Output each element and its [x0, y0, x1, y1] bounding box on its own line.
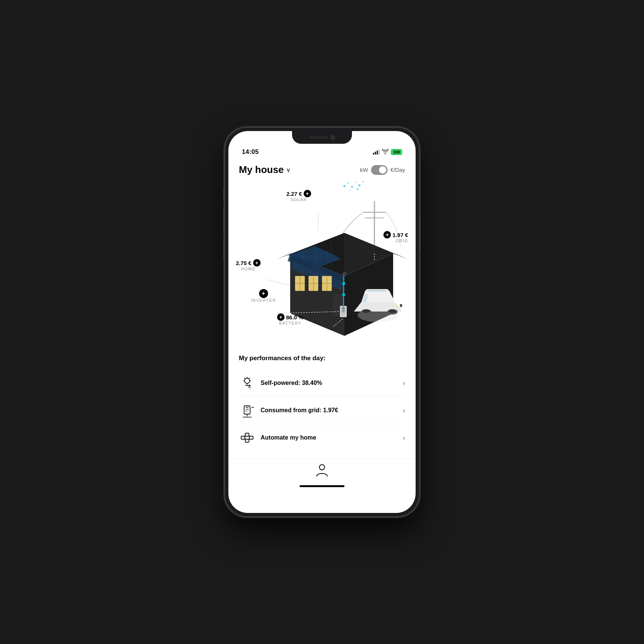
inverter-label[interactable]: + INVERTER: [251, 289, 276, 303]
inverter-type: INVERTER: [251, 298, 276, 303]
house-title[interactable]: My house ∨: [239, 164, 291, 176]
status-bar: 14:05 100: [228, 144, 416, 160]
grid-type: GRID: [396, 239, 408, 243]
perf-left-auto: Automate my home: [239, 429, 316, 446]
svg-point-2: [351, 186, 353, 188]
inverter-plus-btn[interactable]: +: [259, 289, 268, 298]
chevron-right-icon-2: ›: [403, 407, 405, 414]
unit-day: €/Day: [391, 167, 405, 173]
tab-bar: [228, 459, 416, 482]
perf-left-self: Self-powered: 38.40%: [239, 375, 322, 391]
svg-rect-60: [400, 304, 402, 307]
svg-line-84: [249, 435, 249, 438]
svg-line-62: [266, 280, 290, 285]
self-powered-item[interactable]: Self-powered: 38.40% ›: [239, 370, 405, 397]
svg-point-42: [343, 273, 346, 275]
chevron-right-icon-3: ›: [403, 434, 405, 442]
wifi-icon: [382, 149, 389, 155]
svg-point-47: [342, 282, 345, 285]
phone-screen: 14:05 100: [228, 131, 416, 513]
svg-point-4: [358, 184, 361, 186]
battery-label[interactable]: + 86.0 % BATTERY: [277, 313, 304, 325]
home-plus-btn[interactable]: +: [253, 259, 261, 267]
svg-point-56: [362, 309, 370, 313]
home-type: HOME: [241, 267, 255, 271]
svg-point-66: [244, 378, 250, 383]
automate-item[interactable]: Automate my home ›: [239, 424, 405, 451]
svg-point-3: [355, 182, 356, 183]
svg-point-7: [357, 188, 359, 190]
grid-plus-btn[interactable]: +: [383, 231, 391, 239]
chevron-right-icon-1: ›: [403, 379, 405, 387]
svg-line-82: [245, 435, 245, 438]
performances-section: My performances of the day:: [228, 343, 416, 459]
automate-text: Automate my home: [261, 434, 316, 441]
battery-badge: 100: [391, 149, 402, 155]
home-indicator: [300, 485, 344, 487]
speaker: [309, 136, 328, 139]
signal-icon: [373, 149, 380, 155]
grid-consumed-icon: [239, 402, 255, 419]
svg-rect-78: [241, 436, 245, 439]
svg-rect-81: [249, 436, 253, 439]
unit-toggle: kW €/Day: [360, 165, 405, 175]
svg-point-86: [319, 465, 325, 470]
battery-value: 86.0 %: [286, 314, 304, 321]
svg-point-48: [342, 293, 345, 296]
self-powered-icon: [239, 375, 255, 391]
app-header: My house ∨ kW €/Day: [228, 160, 416, 179]
status-time: 14:05: [242, 148, 259, 156]
chevron-down-icon[interactable]: ∨: [286, 167, 291, 174]
phone-frame: 14:05 100: [225, 127, 419, 517]
svg-marker-53: [367, 290, 388, 292]
battery-plus-btn[interactable]: +: [277, 313, 285, 321]
svg-rect-80: [245, 439, 249, 442]
svg-line-71: [244, 378, 245, 379]
performances-title: My performances of the day:: [239, 355, 405, 362]
profile-tab[interactable]: [316, 464, 328, 479]
house-title-text: My house: [239, 164, 284, 176]
toggle-knob: [379, 166, 386, 174]
solar-label[interactable]: 2.27 € + SOLAR: [286, 190, 311, 202]
svg-point-1: [347, 182, 349, 184]
solar-plus-btn[interactable]: +: [304, 190, 311, 197]
solar-value: 2.27 €: [286, 191, 302, 197]
svg-point-0: [343, 185, 346, 187]
svg-line-85: [249, 438, 249, 441]
person-icon: [316, 464, 328, 479]
svg-rect-79: [245, 433, 249, 436]
unit-toggle-switch[interactable]: [371, 165, 388, 175]
self-powered-text: Self-powered: 38.40%: [261, 380, 322, 386]
camera: [331, 135, 335, 140]
house-illustration: 2.27 € + SOLAR + 1.97 € GRID 2.7: [228, 179, 416, 343]
automate-icon: [239, 429, 255, 446]
unit-kw: kW: [360, 167, 368, 173]
home-value: 2.75 €: [236, 260, 252, 266]
svg-point-5: [362, 181, 364, 182]
home-label[interactable]: 2.75 € + HOME: [236, 259, 261, 271]
perf-left-grid: Consumed from grid: 1.97€: [239, 402, 338, 419]
grid-label[interactable]: + 1.97 € GRID: [383, 231, 408, 243]
battery-type: BATTERY: [279, 321, 301, 325]
svg-point-6: [349, 189, 351, 191]
svg-rect-59: [395, 304, 398, 306]
solar-type: SOLAR: [290, 197, 307, 202]
svg-line-83: [245, 438, 245, 441]
grid-value: 1.97 €: [392, 232, 408, 238]
status-icons: 100: [373, 149, 402, 155]
svg-point-58: [389, 309, 396, 313]
app-content[interactable]: My house ∨ kW €/Day: [228, 160, 416, 513]
notch: [292, 131, 352, 144]
grid-consumed-text: Consumed from grid: 1.97€: [261, 407, 338, 414]
grid-consumed-item[interactable]: Consumed from grid: 1.97€ ›: [239, 397, 405, 424]
svg-line-72: [249, 378, 250, 379]
